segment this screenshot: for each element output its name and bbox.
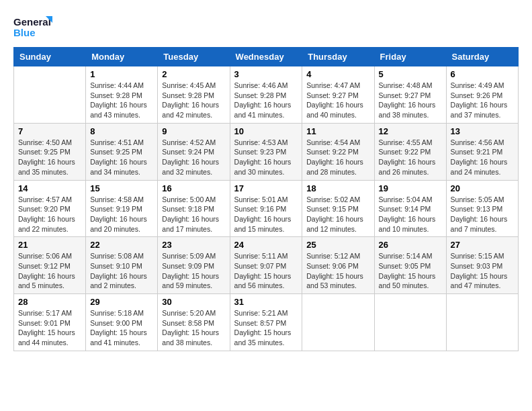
col-header-monday: Monday — [86, 48, 158, 66]
day-cell: 13Sunrise: 4:56 AM Sunset: 9:21 PM Dayli… — [446, 123, 518, 180]
logo: GeneralBlue — [13, 13, 54, 40]
week-row-5: 28Sunrise: 5:17 AM Sunset: 9:01 PM Dayli… — [14, 294, 519, 351]
day-number: 21 — [18, 240, 81, 250]
day-number: 23 — [162, 240, 225, 250]
week-row-1: 1Sunrise: 4:44 AM Sunset: 9:28 PM Daylig… — [14, 66, 519, 124]
day-number: 26 — [379, 240, 442, 250]
day-number: 20 — [451, 183, 514, 193]
day-info: Sunrise: 5:11 AM Sunset: 9:07 PM Dayligh… — [234, 251, 298, 291]
day-cell — [302, 294, 374, 351]
day-info: Sunrise: 5:20 AM Sunset: 8:58 PM Dayligh… — [162, 308, 225, 348]
day-info: Sunrise: 4:54 AM Sunset: 9:22 PM Dayligh… — [306, 138, 369, 177]
day-cell: 30Sunrise: 5:20 AM Sunset: 8:58 PM Dayli… — [158, 294, 230, 351]
day-cell: 10Sunrise: 4:53 AM Sunset: 9:23 PM Dayli… — [230, 123, 302, 180]
day-number: 5 — [379, 69, 442, 79]
day-cell: 12Sunrise: 4:55 AM Sunset: 9:22 PM Dayli… — [374, 123, 446, 180]
day-info: Sunrise: 4:55 AM Sunset: 9:22 PM Dayligh… — [379, 138, 442, 177]
day-info: Sunrise: 5:00 AM Sunset: 9:18 PM Dayligh… — [162, 195, 225, 234]
day-number: 29 — [90, 297, 153, 307]
day-cell: 17Sunrise: 5:01 AM Sunset: 9:16 PM Dayli… — [230, 180, 302, 237]
svg-text:General: General — [13, 16, 51, 28]
day-cell: 8Sunrise: 4:51 AM Sunset: 9:25 PM Daylig… — [86, 123, 158, 180]
day-info: Sunrise: 4:49 AM Sunset: 9:26 PM Dayligh… — [451, 81, 514, 120]
col-header-tuesday: Tuesday — [158, 48, 230, 66]
day-cell: 26Sunrise: 5:14 AM Sunset: 9:05 PM Dayli… — [374, 237, 446, 294]
day-cell: 14Sunrise: 4:57 AM Sunset: 9:20 PM Dayli… — [14, 180, 86, 237]
day-cell: 19Sunrise: 5:04 AM Sunset: 9:14 PM Dayli… — [374, 180, 446, 237]
day-cell: 31Sunrise: 5:21 AM Sunset: 8:57 PM Dayli… — [230, 294, 302, 351]
day-number: 17 — [234, 183, 298, 193]
day-info: Sunrise: 4:50 AM Sunset: 9:25 PM Dayligh… — [18, 138, 81, 177]
day-number: 6 — [451, 69, 514, 79]
day-number: 22 — [90, 240, 153, 250]
day-number: 28 — [18, 297, 81, 307]
day-info: Sunrise: 4:51 AM Sunset: 9:25 PM Dayligh… — [90, 138, 153, 177]
col-header-friday: Friday — [374, 48, 446, 66]
header-row: SundayMondayTuesdayWednesdayThursdayFrid… — [14, 48, 519, 66]
day-info: Sunrise: 4:58 AM Sunset: 9:19 PM Dayligh… — [90, 195, 153, 234]
day-cell: 29Sunrise: 5:18 AM Sunset: 9:00 PM Dayli… — [86, 294, 158, 351]
day-number: 8 — [90, 126, 153, 136]
day-cell: 5Sunrise: 4:48 AM Sunset: 9:27 PM Daylig… — [374, 66, 446, 124]
day-number: 16 — [162, 183, 225, 193]
logo-svg: GeneralBlue — [13, 13, 54, 40]
day-info: Sunrise: 4:47 AM Sunset: 9:27 PM Dayligh… — [306, 81, 369, 120]
day-cell: 9Sunrise: 4:52 AM Sunset: 9:24 PM Daylig… — [158, 123, 230, 180]
svg-text:Blue: Blue — [13, 27, 36, 38]
col-header-saturday: Saturday — [446, 48, 518, 66]
day-number: 3 — [234, 69, 298, 79]
col-header-wednesday: Wednesday — [230, 48, 302, 66]
day-number: 7 — [18, 126, 81, 136]
day-number: 19 — [379, 183, 442, 193]
day-number: 13 — [451, 126, 514, 136]
day-info: Sunrise: 5:06 AM Sunset: 9:12 PM Dayligh… — [18, 251, 81, 291]
day-number: 1 — [90, 69, 153, 79]
day-number: 12 — [379, 126, 442, 136]
day-info: Sunrise: 4:48 AM Sunset: 9:27 PM Dayligh… — [379, 81, 442, 120]
day-cell — [446, 294, 518, 351]
day-info: Sunrise: 5:18 AM Sunset: 9:00 PM Dayligh… — [90, 308, 153, 348]
day-info: Sunrise: 4:52 AM Sunset: 9:24 PM Dayligh… — [162, 138, 225, 177]
day-number: 2 — [162, 69, 225, 79]
week-row-2: 7Sunrise: 4:50 AM Sunset: 9:25 PM Daylig… — [14, 123, 519, 180]
day-info: Sunrise: 4:57 AM Sunset: 9:20 PM Dayligh… — [18, 195, 81, 234]
day-info: Sunrise: 4:56 AM Sunset: 9:21 PM Dayligh… — [451, 138, 514, 177]
day-info: Sunrise: 5:08 AM Sunset: 9:10 PM Dayligh… — [90, 251, 153, 291]
day-cell: 25Sunrise: 5:12 AM Sunset: 9:06 PM Dayli… — [302, 237, 374, 294]
day-cell: 1Sunrise: 4:44 AM Sunset: 9:28 PM Daylig… — [86, 66, 158, 124]
day-info: Sunrise: 5:12 AM Sunset: 9:06 PM Dayligh… — [306, 251, 369, 291]
day-number: 14 — [18, 183, 81, 193]
day-number: 4 — [306, 69, 369, 79]
day-info: Sunrise: 4:46 AM Sunset: 9:28 PM Dayligh… — [234, 81, 298, 120]
day-info: Sunrise: 4:53 AM Sunset: 9:23 PM Dayligh… — [234, 138, 298, 177]
day-info: Sunrise: 5:05 AM Sunset: 9:13 PM Dayligh… — [451, 195, 514, 234]
day-number: 11 — [306, 126, 369, 136]
week-row-3: 14Sunrise: 4:57 AM Sunset: 9:20 PM Dayli… — [14, 180, 519, 237]
day-cell — [14, 66, 86, 124]
day-info: Sunrise: 5:04 AM Sunset: 9:14 PM Dayligh… — [379, 195, 442, 234]
day-number: 15 — [90, 183, 153, 193]
day-info: Sunrise: 5:09 AM Sunset: 9:09 PM Dayligh… — [162, 251, 225, 291]
day-info: Sunrise: 5:17 AM Sunset: 9:01 PM Dayligh… — [18, 308, 81, 348]
day-cell: 7Sunrise: 4:50 AM Sunset: 9:25 PM Daylig… — [14, 123, 86, 180]
day-info: Sunrise: 5:15 AM Sunset: 9:03 PM Dayligh… — [451, 251, 514, 291]
day-cell: 27Sunrise: 5:15 AM Sunset: 9:03 PM Dayli… — [446, 237, 518, 294]
day-info: Sunrise: 4:44 AM Sunset: 9:28 PM Dayligh… — [90, 81, 153, 120]
day-cell: 6Sunrise: 4:49 AM Sunset: 9:26 PM Daylig… — [446, 66, 518, 124]
calendar-table: SundayMondayTuesdayWednesdayThursdayFrid… — [13, 47, 519, 351]
day-cell: 20Sunrise: 5:05 AM Sunset: 9:13 PM Dayli… — [446, 180, 518, 237]
day-info: Sunrise: 5:21 AM Sunset: 8:57 PM Dayligh… — [234, 308, 298, 348]
day-number: 24 — [234, 240, 298, 250]
day-number: 10 — [234, 126, 298, 136]
day-number: 30 — [162, 297, 225, 307]
day-cell: 3Sunrise: 4:46 AM Sunset: 9:28 PM Daylig… — [230, 66, 302, 124]
day-cell: 11Sunrise: 4:54 AM Sunset: 9:22 PM Dayli… — [302, 123, 374, 180]
day-cell: 21Sunrise: 5:06 AM Sunset: 9:12 PM Dayli… — [14, 237, 86, 294]
day-cell: 24Sunrise: 5:11 AM Sunset: 9:07 PM Dayli… — [230, 237, 302, 294]
day-cell: 18Sunrise: 5:02 AM Sunset: 9:15 PM Dayli… — [302, 180, 374, 237]
day-number: 25 — [306, 240, 369, 250]
day-cell: 4Sunrise: 4:47 AM Sunset: 9:27 PM Daylig… — [302, 66, 374, 124]
day-info: Sunrise: 4:45 AM Sunset: 9:28 PM Dayligh… — [162, 81, 225, 120]
col-header-sunday: Sunday — [14, 48, 86, 66]
day-info: Sunrise: 5:01 AM Sunset: 9:16 PM Dayligh… — [234, 195, 298, 234]
